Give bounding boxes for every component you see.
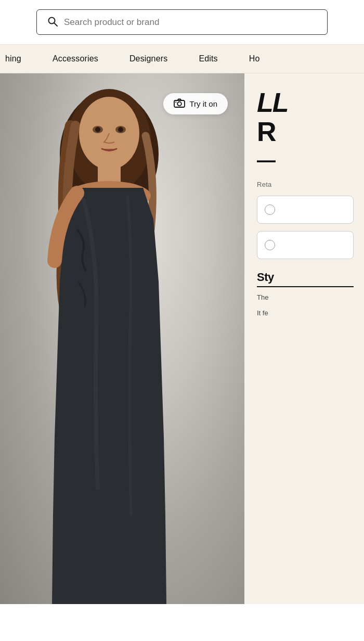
- product-image: Try it on: [0, 73, 244, 604]
- option-box-2[interactable]: [257, 231, 354, 259]
- option-radio-2[interactable]: [265, 240, 275, 250]
- nav-bar: hing Accessories Designers Edits Ho: [0, 44, 364, 73]
- style-heading: Sty: [257, 271, 354, 284]
- product-info-panel: LL R — Reta Sty The It fe: [244, 73, 364, 604]
- sidebar-item-edits[interactable]: Edits: [183, 45, 233, 73]
- sidebar-item-home[interactable]: Ho: [233, 45, 276, 73]
- svg-point-10: [118, 127, 123, 132]
- try-it-on-label: Try it on: [189, 99, 217, 108]
- brand-name: LL: [257, 89, 354, 116]
- svg-point-9: [95, 127, 100, 132]
- svg-point-12: [178, 102, 182, 106]
- retail-price-label: Reta: [257, 181, 354, 188]
- product-image-section: Try it on: [0, 73, 244, 604]
- sidebar-item-clothing[interactable]: hing: [0, 45, 37, 73]
- product-name: R: [257, 118, 354, 145]
- price-dash: —: [257, 149, 354, 171]
- option-radio-1[interactable]: [265, 204, 275, 215]
- search-bar[interactable]: [36, 9, 328, 35]
- style-description-1: The: [257, 292, 354, 303]
- search-icon: [47, 16, 58, 28]
- search-input[interactable]: [64, 17, 317, 28]
- style-divider: [257, 286, 354, 287]
- svg-line-1: [54, 23, 57, 26]
- search-bar-container: [0, 0, 364, 44]
- svg-rect-13: [175, 102, 177, 103]
- style-description-2: It fe: [257, 308, 354, 318]
- model-illustration: [0, 73, 244, 604]
- main-content: Try it on LL R — Reta Sty The It fe: [0, 73, 364, 604]
- try-it-on-button[interactable]: Try it on: [163, 93, 228, 114]
- sidebar-item-accessories[interactable]: Accessories: [37, 45, 114, 73]
- sidebar-item-designers[interactable]: Designers: [114, 45, 183, 73]
- camera-icon: [174, 98, 185, 109]
- option-box-1[interactable]: [257, 196, 354, 224]
